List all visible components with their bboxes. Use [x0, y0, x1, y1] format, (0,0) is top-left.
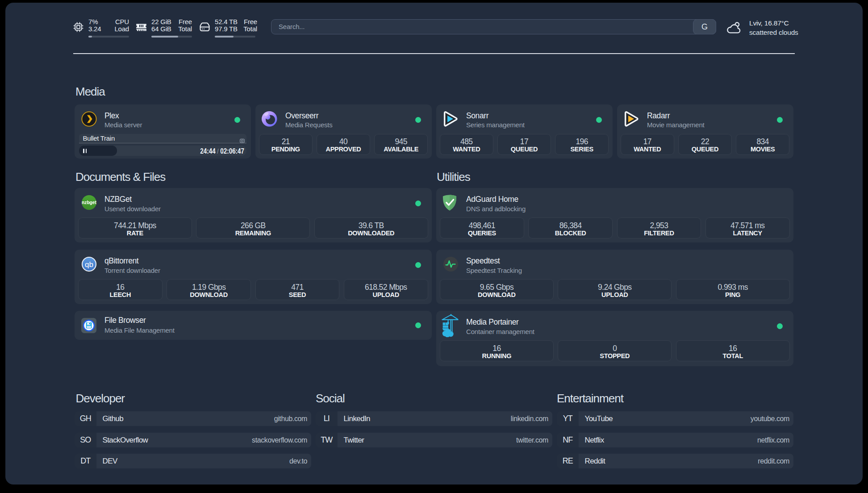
svg-text:qb: qb: [85, 260, 93, 269]
svg-text:nzbget: nzbget: [82, 200, 96, 205]
